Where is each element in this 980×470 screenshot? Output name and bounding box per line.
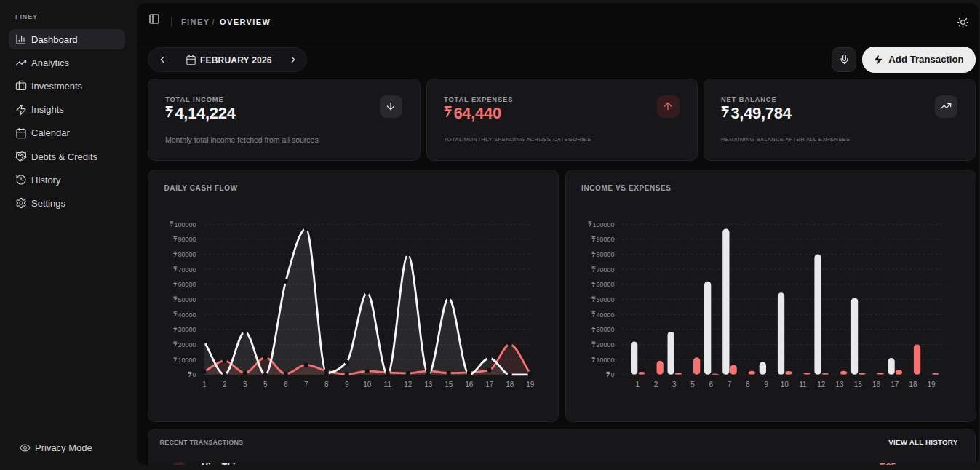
svg-text:0: 0 [610,371,614,378]
svg-text:100000: 100000 [592,221,614,228]
svg-text:18: 18 [909,381,917,389]
svg-text:6: 6 [709,381,713,389]
svg-text:17: 17 [891,381,899,389]
svg-text:13: 13 [835,381,844,389]
svg-text:11: 11 [384,381,392,389]
svg-text:16: 16 [465,381,474,389]
svg-text:12: 12 [817,381,826,389]
svg-text:40000: 40000 [178,311,196,319]
svg-text:20000: 20000 [596,341,614,348]
svg-text:50000: 50000 [178,296,196,303]
svg-text:18: 18 [506,381,514,389]
svg-text:30000: 30000 [178,326,196,333]
svg-text:10: 10 [780,381,789,389]
svg-text:3: 3 [672,381,677,389]
svg-text:30000: 30000 [596,326,614,333]
svg-text:8: 8 [324,381,329,389]
svg-text:15: 15 [853,381,862,389]
svg-text:11: 11 [799,381,807,389]
svg-text:50000: 50000 [596,296,614,303]
svg-text:40000: 40000 [596,311,614,319]
svg-text:15: 15 [445,381,453,389]
svg-text:100000: 100000 [174,221,196,228]
svg-text:60000: 60000 [596,281,614,288]
svg-text:6: 6 [284,381,288,389]
svg-text:2: 2 [223,381,227,389]
svg-text:1: 1 [202,381,207,389]
svg-text:80000: 80000 [596,251,614,258]
svg-text:8: 8 [745,381,749,389]
svg-text:5: 5 [263,381,268,389]
svg-text:10000: 10000 [596,357,614,364]
svg-text:9: 9 [345,381,349,389]
svg-text:70000: 70000 [596,266,614,274]
svg-text:10000: 10000 [178,357,196,364]
svg-text:12: 12 [404,381,413,389]
svg-text:17: 17 [485,381,494,389]
svg-text:3: 3 [243,381,247,389]
svg-text:2: 2 [653,381,658,389]
svg-text:7: 7 [727,381,731,389]
svg-text:9: 9 [764,381,768,389]
svg-text:5: 5 [690,381,695,389]
svg-text:13: 13 [424,381,433,389]
svg-text:90000: 90000 [596,236,614,243]
svg-text:16: 16 [872,381,880,389]
svg-text:70000: 70000 [178,266,196,274]
svg-text:60000: 60000 [178,281,196,288]
svg-text:0: 0 [192,371,196,378]
svg-text:7: 7 [304,381,308,389]
svg-text:1: 1 [635,381,640,389]
svg-text:19: 19 [526,381,535,389]
svg-text:90000: 90000 [178,236,196,243]
svg-text:19: 19 [927,381,936,389]
svg-text:80000: 80000 [178,251,196,258]
svg-text:20000: 20000 [178,341,196,348]
svg-text:10: 10 [363,381,372,389]
